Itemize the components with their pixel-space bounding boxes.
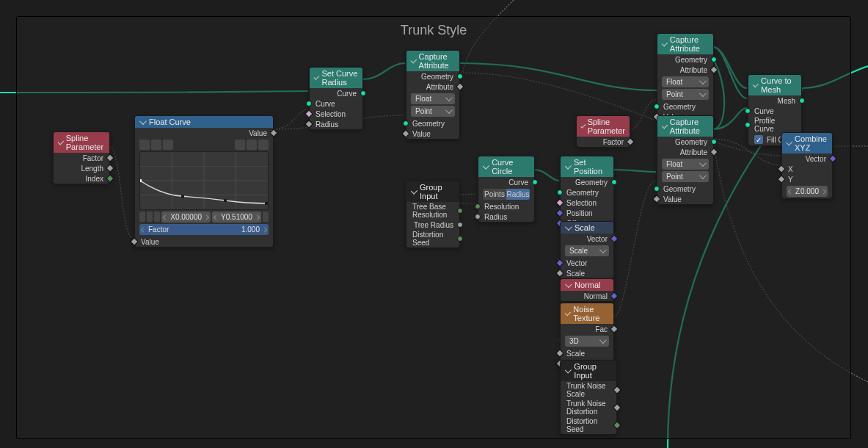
input-value: Value bbox=[412, 130, 431, 138]
chevron-down-icon bbox=[411, 57, 417, 62]
node-title: Normal bbox=[575, 281, 600, 289]
input-value: Value bbox=[663, 195, 682, 203]
node-capture-attribute-2[interactable]: Capture Attribute Geometry Attribute Flo… bbox=[657, 33, 714, 123]
output-geometry: Geometry bbox=[675, 138, 707, 146]
delete-point-btn[interactable] bbox=[263, 212, 269, 222]
datatype-dropdown[interactable]: Float bbox=[662, 76, 709, 87]
node-vector-scale[interactable]: Scale Vector Scale Vector Scale bbox=[560, 221, 614, 279]
curve-editor[interactable] bbox=[139, 151, 269, 210]
node-header[interactable]: Float Curve bbox=[135, 116, 273, 128]
output-noise-distortion: Trunk Noise Distortion bbox=[566, 400, 610, 416]
node-header[interactable]: Curve Circle bbox=[478, 156, 534, 177]
output-attribute: Attribute bbox=[680, 148, 707, 156]
node-title: Set Curve Radius bbox=[321, 69, 358, 87]
output-mesh: Mesh bbox=[778, 97, 795, 105]
node-combine-xyz[interactable]: Combine XYZ Vector X Y Z0.000 bbox=[781, 132, 833, 199]
input-selection: Selection bbox=[316, 110, 346, 118]
node-title: Spline Parameter bbox=[588, 118, 625, 135]
input-profile: Profile Curve bbox=[754, 117, 795, 133]
output-curve: Curve bbox=[508, 178, 528, 187]
input-radius: Radius bbox=[484, 213, 507, 221]
input-selection: Selection bbox=[566, 199, 597, 207]
output-radius: Tree Radius bbox=[414, 221, 453, 229]
output-noise-scale: Trunk Noise Scale bbox=[566, 382, 610, 398]
node-header[interactable]: Spline Parameter bbox=[54, 132, 109, 153]
curve-zoom-btn[interactable] bbox=[235, 140, 245, 150]
curve-x-field[interactable]: X0.00000 bbox=[161, 212, 211, 223]
output-geometry: Geometry bbox=[575, 178, 608, 187]
node-header[interactable]: Set Curve Radius bbox=[310, 68, 362, 88]
node-header[interactable]: Capture Attribute bbox=[657, 34, 713, 54]
curve-clip-btn[interactable] bbox=[247, 140, 257, 150]
z-field[interactable]: Z0.000 bbox=[787, 186, 828, 197]
node-title: Curve Circle bbox=[492, 158, 530, 176]
curve-handle-btn[interactable] bbox=[163, 140, 173, 150]
node-title: Spline Parameter bbox=[66, 134, 105, 151]
curve-handle-btn[interactable] bbox=[151, 140, 161, 150]
domain-dropdown[interactable]: Point bbox=[662, 171, 709, 182]
node-group-input-1[interactable]: Group Input Tree Base Resolution Tree Ra… bbox=[406, 181, 460, 248]
node-title: Group Input bbox=[574, 362, 612, 380]
node-title: Scale bbox=[575, 223, 595, 232]
node-float-curve[interactable]: Float Curve Value X0.00000 Y0.51000 bbox=[134, 115, 274, 248]
node-spline-parameter-1[interactable]: Spline Parameter Factor Length Index bbox=[53, 131, 110, 184]
chevron-down-icon bbox=[580, 123, 586, 128]
handle-auto-btn[interactable] bbox=[139, 212, 145, 222]
node-header[interactable]: Scale bbox=[561, 222, 613, 234]
node-group-input-2[interactable]: Group Input Trunk Noise Scale Trunk Nois… bbox=[560, 360, 617, 435]
chevron-down-icon bbox=[662, 122, 668, 128]
curve-y-field[interactable]: Y0.51000 bbox=[212, 212, 261, 223]
node-header[interactable]: Noise Texture bbox=[561, 303, 613, 324]
node-capture-attribute-3[interactable]: Capture Attribute Geometry Attribute Flo… bbox=[657, 115, 714, 205]
handle-aligned-btn[interactable] bbox=[154, 212, 160, 222]
handle-vector-btn[interactable] bbox=[147, 212, 153, 222]
input-radius: Radius bbox=[316, 120, 338, 129]
node-set-curve-radius[interactable]: Set Curve Radius Curve Curve Selection R… bbox=[309, 67, 363, 130]
output-geometry: Geometry bbox=[675, 56, 707, 64]
dimensions-dropdown[interactable]: 3D bbox=[565, 336, 609, 347]
node-header[interactable]: Set Position bbox=[561, 156, 613, 177]
domain-dropdown[interactable]: Point bbox=[662, 89, 709, 100]
output-geometry: Geometry bbox=[421, 73, 453, 81]
datatype-dropdown[interactable]: Float bbox=[411, 93, 455, 104]
node-capture-attribute-1[interactable]: Capture Attribute Geometry Attribute Flo… bbox=[406, 50, 460, 140]
frame-title: Trunk Style bbox=[17, 17, 850, 44]
output-vector: Vector bbox=[587, 235, 608, 243]
node-header[interactable]: Curve to Mesh bbox=[748, 75, 801, 95]
input-curve: Curve bbox=[316, 100, 335, 108]
output-attribute: Attribute bbox=[426, 83, 453, 91]
output-attribute: Attribute bbox=[680, 66, 707, 74]
chevron-down-icon bbox=[58, 138, 64, 144]
node-spline-parameter-2[interactable]: Spline Parameter Factor bbox=[576, 115, 630, 148]
node-header[interactable]: Normal bbox=[561, 279, 613, 291]
node-header[interactable]: Group Input bbox=[561, 361, 616, 381]
input-geometry: Geometry bbox=[663, 185, 696, 193]
curve-tools-btn[interactable] bbox=[258, 140, 269, 150]
node-header[interactable]: Spline Parameter bbox=[577, 116, 630, 137]
node-normal[interactable]: Normal Normal bbox=[560, 278, 614, 302]
node-set-position[interactable]: Set Position Geometry Geometry Selection… bbox=[560, 156, 614, 229]
chevron-down-icon bbox=[565, 162, 572, 169]
domain-dropdown[interactable]: Point bbox=[411, 106, 455, 117]
output-fac: Fac bbox=[595, 325, 608, 333]
mode-toggle[interactable]: PointsRadius bbox=[483, 189, 530, 200]
input-geometry: Geometry bbox=[663, 103, 696, 111]
node-title: Group Input bbox=[420, 183, 455, 200]
node-header[interactable]: Combine XYZ bbox=[782, 133, 832, 153]
chevron-down-icon bbox=[787, 139, 792, 145]
output-distortion-seed: Distortion Seed bbox=[566, 417, 610, 433]
operation-dropdown[interactable]: Scale bbox=[565, 245, 609, 256]
node-header[interactable]: Capture Attribute bbox=[406, 51, 459, 71]
svg-rect-8 bbox=[224, 199, 227, 202]
node-header[interactable]: Group Input bbox=[406, 181, 459, 202]
node-title: Noise Texture bbox=[573, 305, 609, 322]
output-factor: Factor bbox=[83, 154, 103, 162]
curve-handle-btn[interactable] bbox=[139, 140, 150, 150]
node-curve-circle[interactable]: Curve Circle Curve PointsRadius Resoluti… bbox=[478, 156, 535, 223]
datatype-dropdown[interactable]: Float bbox=[662, 159, 709, 170]
chevron-down-icon bbox=[753, 81, 759, 87]
chevron-down-icon bbox=[565, 281, 572, 288]
node-header[interactable]: Capture Attribute bbox=[657, 116, 713, 137]
factor-field[interactable]: Factor1.000 bbox=[139, 224, 269, 235]
output-normal: Normal bbox=[584, 292, 608, 300]
